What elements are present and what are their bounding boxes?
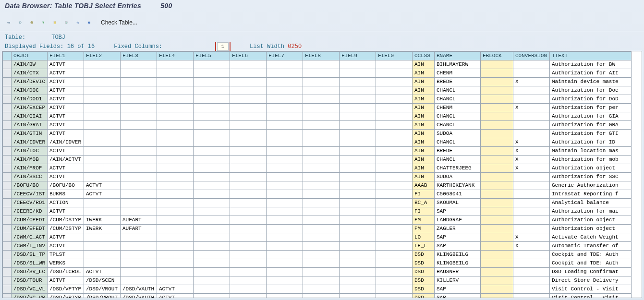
row-selector[interactable] (3, 259, 12, 268)
row-selector[interactable] (3, 251, 12, 259)
row-selector[interactable] (3, 276, 12, 285)
table-row[interactable]: /AIN/SSCCACTVTAINSUDOAAuthorization for … (3, 173, 632, 181)
info-icon[interactable]: i (85, 18, 94, 27)
table-row[interactable]: /AIN/MOB/AIN/ACTVTAINCHANCLXAuthorizatio… (3, 156, 632, 164)
table-row[interactable]: /AIN/LOCACTVTAINBREDEXMaintain location … (3, 147, 632, 156)
row-selector[interactable] (3, 130, 12, 138)
column-header[interactable]: FIEL2 (84, 52, 121, 60)
check-table-link[interactable]: Check Table... (101, 19, 137, 26)
refresh-icon[interactable] (15, 18, 25, 27)
column-header[interactable]: FIEL8 (303, 52, 340, 60)
column-header[interactable]: FIEL1 (48, 52, 84, 60)
row-selector[interactable] (3, 268, 12, 276)
table-row[interactable]: /AIN/DOCACTVTAINCHANCLAuthorization for … (3, 86, 632, 95)
column-header[interactable]: FIEL7 (267, 52, 303, 60)
table-row[interactable]: /AIN/GRAIACTVTAINCHANCLAuthorization for… (3, 121, 632, 130)
table-row[interactable]: /AIN/BWACTVTAINBIHLMAYERWAuthorization f… (3, 60, 632, 69)
row-selector[interactable] (3, 285, 12, 294)
cell-ttext: Maintain device maste (550, 78, 632, 86)
table-row[interactable]: /CWM/C_ACTACTVTLOSAPXActivate Catch Weig… (3, 233, 632, 242)
cell-fiel2: IWERK (84, 225, 121, 233)
table-scroll[interactable]: OBJCTFIEL1FIEL2FIEL3FIEL4FIEL5FIEL6FIEL7… (2, 51, 642, 298)
column-header[interactable]: FIEL5 (194, 52, 230, 60)
cell-fblock (481, 294, 513, 298)
row-selector[interactable] (3, 78, 12, 86)
table-row[interactable]: /AIN/GIAIACTVTAINCHANCLAuthorization for… (3, 112, 632, 121)
column-header[interactable]: FIEL4 (157, 52, 194, 60)
column-header[interactable]: FIEL0 (376, 52, 413, 60)
cell-fiel5 (194, 86, 230, 95)
cell-conversion (513, 86, 550, 95)
cell-oclss: AIN (413, 104, 435, 112)
row-selector[interactable] (3, 199, 12, 207)
table-row[interactable]: /AIN/EXCEPACTVTAINCHENMXAuthorization fo… (3, 104, 632, 112)
cell-bname: SAP (435, 207, 481, 216)
row-selector[interactable] (3, 138, 12, 147)
row-selector[interactable] (3, 95, 12, 104)
row-selector[interactable] (3, 216, 12, 225)
row-selector[interactable] (3, 112, 12, 121)
column-header[interactable]: FIEL6 (230, 52, 267, 60)
cell-objct: /AIN/LOC (12, 147, 48, 156)
row-selector[interactable] (3, 164, 12, 173)
table-row[interactable]: /BOFU/BO/BOFU/BOACTVTAAABKARTHIKEYANKGen… (3, 181, 632, 190)
table-row[interactable]: /CEECV/ISTBUKRSACTVTFIC5068041Intrastat … (3, 190, 632, 199)
list-width-value: 0250 (288, 43, 302, 50)
sheet-icon[interactable] (50, 18, 60, 27)
table-row[interactable]: /CWM/L_INVACTVTLE_LSAPXAutomatic Transfe… (3, 242, 632, 251)
cell-fiel4 (157, 276, 194, 285)
filter-icon[interactable] (38, 18, 48, 27)
row-selector[interactable] (3, 242, 12, 251)
table-row[interactable]: /DSD/SL_TPTPLSTDSDKLINGBEILGCockpit and … (3, 251, 632, 259)
table-row[interactable]: /CEERE/KDACTVTFISAPAuthorization for mai (3, 207, 632, 216)
cell-fiel8 (303, 95, 340, 104)
row-selector[interactable] (3, 173, 12, 181)
row-selector[interactable] (3, 121, 12, 130)
row-selector[interactable] (3, 147, 12, 156)
table-row[interactable]: /AIN/PROFACTVTAINCHATTERJEEGXAuthorizati… (3, 164, 632, 173)
table-row[interactable]: /DSD/SL_WRWERKSDSDKLINGBEILGCockpit and … (3, 259, 632, 268)
column-header[interactable]: FIEL3 (121, 52, 157, 60)
table-row[interactable]: /DSD/VC_VL/DSD/VPTYP/DSD/VROUT/DSD/VAUTH… (3, 285, 632, 294)
table-row[interactable]: /CEECV/RO1ACTIONBC_ASKOUMALAnalytical ba… (3, 199, 632, 207)
row-selector[interactable] (3, 60, 12, 69)
cell-fblock (481, 285, 513, 294)
cell-ttext: Authorization for DoD (550, 95, 632, 104)
table-row[interactable]: /CUM/EFEDT/CUM/DSTYPIWERKAUFARTPMZAGLERA… (3, 225, 632, 233)
print-icon[interactable] (27, 18, 36, 27)
table-row[interactable]: /CUM/CPEDT/CUM/DSTYPIWERKAUFARTPMLANDGRA… (3, 216, 632, 225)
row-selector[interactable] (3, 233, 12, 242)
row-selector[interactable] (3, 207, 12, 216)
table-row[interactable]: /DSD/SV_LC/DSD/LCROLACTVTDSDHAUSNERDSD L… (3, 268, 632, 276)
table-row[interactable]: /AIN/CTXACTVTAINCHENMAuthorization for A… (3, 69, 632, 78)
column-header[interactable]: OBJCT (12, 52, 48, 60)
column-header[interactable]: FIEL9 (340, 52, 376, 60)
row-selector[interactable] (3, 104, 12, 112)
column-header[interactable] (3, 52, 12, 60)
row-selector[interactable] (3, 225, 12, 233)
cell-fiel8 (303, 130, 340, 138)
export-icon[interactable] (61, 18, 71, 27)
table-row[interactable]: /AIN/GTINACTVTAINSUDOAAuthorization for … (3, 130, 632, 138)
cell-fblock (481, 121, 513, 130)
row-selector[interactable] (3, 181, 12, 190)
undo-icon[interactable] (73, 18, 83, 27)
table-row[interactable]: /AIN/DEVICACTVTAINBREDEXMaintain device … (3, 78, 632, 86)
table-row[interactable]: /DSD/VC_VP/DSD/VPTYP/DSD/VROUT/DSD/VAUTH… (3, 294, 632, 298)
glasses-icon[interactable] (4, 18, 13, 27)
row-selector[interactable] (3, 86, 12, 95)
table-row[interactable]: /AIN/IDVER/AIN/IDVERAINCHANCLXAuthorizat… (3, 138, 632, 147)
column-header[interactable]: CONVERSION (513, 52, 550, 60)
column-header[interactable]: BNAME (435, 52, 481, 60)
row-selector[interactable] (3, 190, 12, 199)
cell-fiel9 (340, 268, 376, 276)
row-selector[interactable] (3, 69, 12, 78)
column-header[interactable]: TTEXT (550, 52, 632, 60)
column-header[interactable]: FBLOCK (481, 52, 513, 60)
row-selector[interactable] (3, 156, 12, 164)
row-selector[interactable] (3, 294, 12, 298)
column-header[interactable]: OCLSS (413, 52, 435, 60)
table-row[interactable]: /AIN/DOD1ACTVTAINCHANCLAuthorization for… (3, 95, 632, 104)
table-row[interactable]: /DSD/TOURACTVT/DSD/SCENDSDKILLERVDirect … (3, 276, 632, 285)
fixed-columns-input[interactable] (217, 42, 229, 51)
